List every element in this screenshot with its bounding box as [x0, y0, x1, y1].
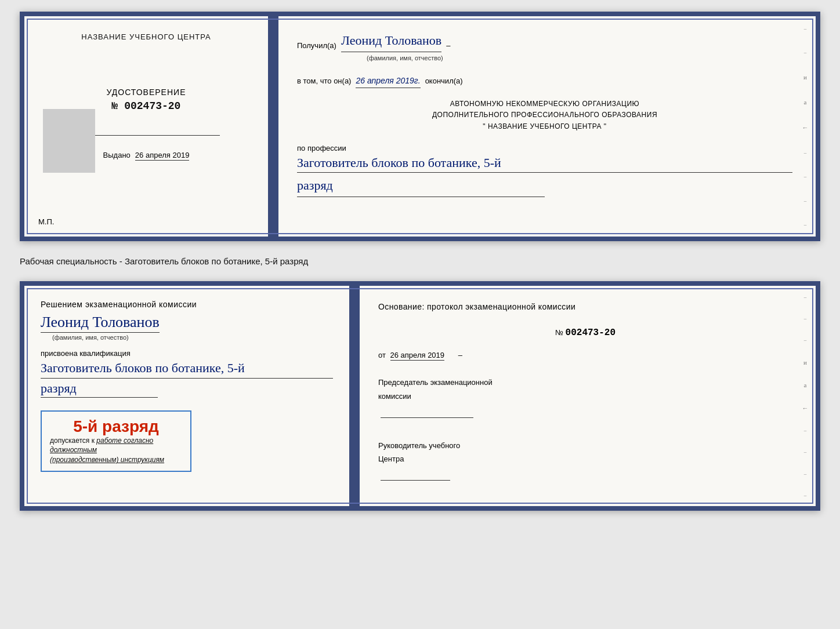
bottom-recipient-line: Леонид Толованов — [41, 314, 333, 333]
cert-bottom-right-page: Основание: протокол экзаменационной коми… — [360, 286, 816, 506]
org-name: " НАЗВАНИЕ УЧЕБНОГО ЦЕНТРА " — [297, 121, 792, 132]
recipient-line: Получил(а) Леонид Толованов – — [297, 30, 792, 52]
cert-number: № 002473-20 — [112, 100, 181, 112]
assigned-label: присвоена квалификация — [41, 349, 333, 358]
bottom-profession: Заготовитель блоков по ботанике, 5-й — [41, 360, 333, 379]
recipient-name: Леонид Толованов — [341, 30, 441, 52]
stamp-italic2: (производственным) инструкциям — [50, 456, 164, 464]
bottom-name-sub: (фамилия, имя, отчество) — [52, 334, 333, 341]
chairman-label2: комиссии — [378, 390, 792, 403]
stamp-prefix: допускается к — [50, 437, 95, 445]
profession-block: по профессии Заготовитель блоков по бота… — [297, 143, 792, 173]
cert-spine-bottom — [349, 286, 360, 506]
completed-suffix: окончил(а) — [425, 75, 463, 88]
completed-prefix: в том, что он(а) — [297, 75, 351, 88]
date-prefix: от — [378, 351, 386, 359]
decision-text: Решением экзаменационной комиссии — [41, 300, 333, 309]
stamp-box: 5-й разряд допускается к работе согласно… — [41, 410, 191, 472]
certificate-top: НАЗВАНИЕ УЧЕБНОГО ЦЕНТРА УДОСТОВЕРЕНИЕ №… — [20, 12, 820, 241]
org-line1: АВТОНОМНУЮ НЕКОММЕРЧЕСКУЮ ОРГАНИЗАЦИЮ — [297, 99, 792, 110]
rank-block: разряд — [297, 175, 792, 197]
basis-line: Основание: протокол экзаменационной коми… — [378, 300, 792, 314]
cert-bottom-left-page: Решением экзаменационной комиссии Леонид… — [24, 286, 349, 506]
received-prefix: Получил(а) — [297, 40, 336, 52]
cert-top-right-page: Получил(а) Леонид Толованов – (фамилия, … — [278, 16, 816, 237]
completed-date: 26 апреля 2019г. — [356, 74, 420, 88]
stamp-container: 5-й разряд допускается к работе согласно… — [41, 405, 333, 472]
director-sig-line — [378, 470, 792, 485]
org-block: АВТОНОМНУЮ НЕКОММЕРЧЕСКУЮ ОРГАНИЗАЦИЮ ДО… — [297, 99, 792, 132]
dash-1: – — [446, 40, 450, 52]
cert-spine — [268, 16, 278, 237]
stamp-rank: 5-й разряд — [50, 417, 182, 436]
right-content-top: Получил(а) Леонид Толованов – (фамилия, … — [297, 30, 792, 197]
chairman-block: Председатель экзаменационной комиссии — [378, 376, 792, 422]
director-label1: Руководитель учебного — [378, 439, 792, 452]
certificate-bottom: Решением экзаменационной комиссии Леонид… — [20, 281, 820, 511]
stamp-text-line2: (производственным) инструкциям — [50, 455, 182, 465]
specialty-text: Рабочая специальность - Заготовитель бло… — [20, 252, 820, 271]
bottom-date-line: от 26 апреля 2019 – — [378, 348, 792, 362]
mp-label: М.П. — [38, 217, 54, 226]
cert-top-left-page: НАЗВАНИЕ УЧЕБНОГО ЦЕНТРА УДОСТОВЕРЕНИЕ №… — [24, 16, 268, 237]
margin-decoration-right: – – и а ← – – – – — [799, 16, 811, 237]
cert-label-section: УДОСТОВЕРЕНИЕ № 002473-20 — [41, 88, 252, 112]
margin-decoration-bottom-right: – – – и а ← – – – – — [799, 286, 811, 506]
profession-label: по профессии — [297, 143, 792, 155]
completed-line: в том, что он(а) 26 апреля 2019г. окончи… — [297, 74, 792, 88]
cert-label: УДОСТОВЕРЕНИЕ — [41, 88, 252, 97]
photo-placeholder — [43, 109, 95, 173]
issued-label: Выдано — [103, 151, 131, 159]
number-prefix: № — [555, 328, 563, 337]
director-label2: Центра — [378, 452, 792, 466]
chairman-label1: Председатель экзаменационной — [378, 376, 792, 389]
bottom-number: 002473-20 — [566, 328, 615, 338]
basis-label: Основание: протокол экзаменационной коми… — [378, 302, 575, 311]
director-block: Руководитель учебного Центра — [378, 439, 792, 485]
rank-value: разряд — [297, 175, 545, 197]
issued-date: 26 апреля 2019 — [135, 151, 190, 161]
bottom-date: 26 апреля 2019 — [390, 351, 445, 361]
bottom-cert-number: № 002473-20 — [378, 325, 792, 341]
stamp-text-line1: допускается к работе согласно должностны… — [50, 436, 182, 456]
profession-name: Заготовитель блоков по ботанике, 5-й — [297, 155, 792, 173]
bottom-rank: разряд — [41, 381, 158, 398]
decision-prefix: Решением экзаменационной комиссии — [41, 300, 197, 309]
bottom-profession-block: Заготовитель блоков по ботанике, 5-й — [41, 360, 333, 379]
bottom-recipient-name: Леонид Толованов — [41, 314, 160, 333]
org-line2: ДОПОЛНИТЕЛЬНОГО ПРОФЕССИОНАЛЬНОГО ОБРАЗО… — [297, 110, 792, 121]
bottom-rank-block: разряд — [41, 381, 333, 398]
school-name-heading: НАЗВАНИЕ УЧЕБНОГО ЦЕНТРА — [41, 32, 252, 41]
name-sub-1: (фамилия, имя, отчество) — [367, 53, 792, 64]
chairman-sig-line — [378, 408, 792, 422]
right-content-bottom: Основание: протокол экзаменационной коми… — [378, 300, 792, 485]
